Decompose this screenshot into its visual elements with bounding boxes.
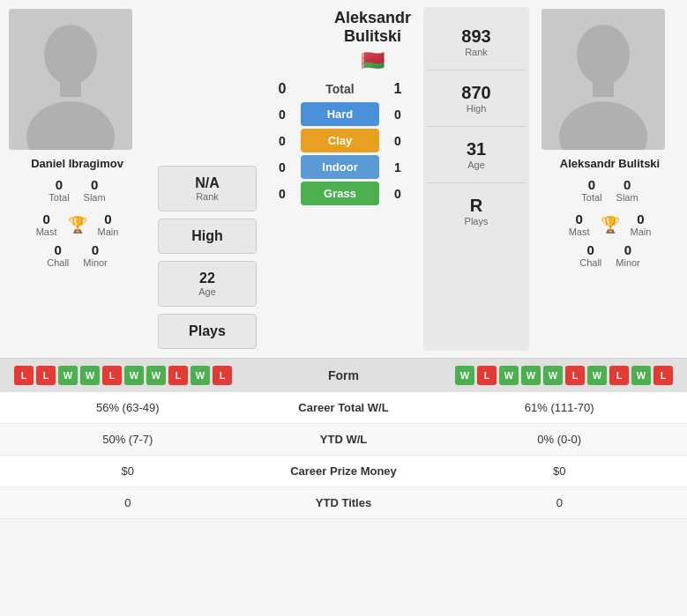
right-player-avatar: [541, 9, 665, 150]
stats-label-cell: Career Prize Money: [256, 464, 432, 478]
stats-right-cell: $0: [432, 464, 688, 478]
stats-right-cell: 0% (0-0): [432, 433, 688, 446]
left-plays-box: Plays: [158, 314, 257, 349]
left-age-box: 22 Age: [158, 261, 257, 307]
right-plays-box: R Plays: [427, 183, 526, 239]
form-badge-right: L: [477, 366, 497, 385]
right-flag-center: 🇧🇾: [361, 49, 385, 72]
indoor-badge: Indoor: [301, 155, 379, 179]
svg-rect-7: [593, 79, 614, 97]
right-mast-stat: 0 Mast: [569, 212, 590, 237]
form-badge-left: W: [190, 366, 210, 385]
right-main-stat: 0 Main: [631, 212, 652, 237]
right-high-box: 870 High: [427, 71, 526, 127]
left-player-avatar: [9, 9, 132, 150]
right-form-badges: WLWWWLWLWL: [455, 366, 673, 385]
hard-row: 0 Hard 0: [269, 102, 411, 126]
left-player-stats: 0 Total 0 Slam 0 Mast 🏆: [9, 177, 146, 271]
form-badge-right: W: [631, 366, 651, 385]
clay-badge: Clay: [301, 129, 379, 152]
stats-left-cell: 0: [0, 496, 256, 509]
right-trophy-icon: 🏆: [601, 215, 620, 234]
form-badge-right: W: [543, 366, 563, 385]
main-container: Daniel Ibragimov 0 Total 0 Slam: [0, 0, 687, 519]
form-badge-left: L: [102, 366, 122, 385]
form-badge-right: W: [499, 366, 519, 385]
left-chall-stat: 0 Chall: [47, 242, 69, 268]
right-total-stat: 0 Total: [581, 177, 601, 203]
form-badge-left: L: [168, 366, 188, 385]
left-main-stat: 0 Main: [98, 212, 119, 237]
center-panel: Aleksandr Bulitski 🇧🇾 0 Total 1 0 Hard 0: [260, 0, 420, 358]
left-high-box: High: [158, 219, 257, 254]
hard-badge: Hard: [301, 102, 379, 126]
svg-rect-3: [60, 79, 81, 97]
right-rank-box: 893 Rank: [427, 14, 526, 71]
left-form-badges: LLWWLWWLWL: [14, 366, 232, 385]
right-player-name-center: Aleksandr Bulitski: [334, 9, 411, 46]
stats-label-cell: YTD Titles: [256, 496, 432, 509]
stats-table: 56% (63-49) Career Total W/L 61% (111-70…: [0, 392, 687, 519]
form-badge-right: W: [455, 366, 474, 385]
player-comparison: Daniel Ibragimov 0 Total 0 Slam: [0, 0, 687, 358]
form-badge-right: L: [565, 366, 585, 385]
form-badge-right: L: [653, 366, 673, 385]
stats-row: 56% (63-49) Career Total W/L 61% (111-70…: [0, 392, 687, 424]
stats-left-cell: 50% (7-7): [0, 433, 256, 446]
form-section: LLWWLWWLWL Form WLWWWLWLWL: [0, 358, 687, 392]
stats-left-cell: $0: [0, 464, 256, 478]
left-middle-panel: N/A Rank High 22 Age Plays: [154, 0, 260, 358]
stats-row: $0 Career Prize Money $0: [0, 456, 687, 487]
left-mast-stat: 0 Mast: [36, 212, 57, 237]
right-chall-stat: 0 Chall: [579, 242, 601, 268]
form-badge-left: W: [146, 366, 166, 385]
form-badge-right: L: [609, 366, 629, 385]
form-label: Form: [328, 368, 359, 382]
indoor-row: 0 Indoor 1: [269, 155, 411, 179]
form-badge-left: L: [14, 366, 34, 385]
form-badge-left: L: [213, 366, 232, 385]
right-slam-stat: 0 Slam: [616, 177, 638, 203]
svg-point-5: [577, 25, 630, 85]
left-rank-box: N/A Rank: [158, 166, 257, 212]
svg-point-1: [44, 25, 97, 85]
left-total-stat: 0 Total: [49, 177, 69, 203]
right-age-box: 31 Age: [427, 127, 526, 183]
stats-right-cell: 0: [432, 496, 688, 509]
grass-row: 0 Grass 0: [269, 182, 411, 205]
grass-badge: Grass: [301, 182, 379, 205]
left-minor-stat: 0 Minor: [83, 242, 108, 268]
right-header-center: Aleksandr Bulitski 🇧🇾: [334, 9, 411, 72]
right-player-name: Aleksandr Bulitski: [541, 157, 678, 170]
left-player-name: Daniel Ibragimov: [9, 157, 146, 170]
surfaces-container: 0 Total 1 0 Hard 0 0 Clay 0 0: [260, 72, 420, 358]
form-badge-right: W: [587, 366, 607, 385]
form-badge-right: W: [521, 366, 541, 385]
stats-right-cell: 61% (111-70): [432, 401, 688, 414]
stats-row: 0 YTD Titles 0: [0, 487, 687, 519]
stats-label-cell: Career Total W/L: [256, 401, 432, 414]
right-stats-column: 893 Rank 870 High 31 Age R Plays: [423, 7, 529, 351]
right-player-card: Aleksandr Bulitski 0 Total 0 Slam: [533, 0, 687, 358]
stats-row: 50% (7-7) YTD W/L 0% (0-0): [0, 424, 687, 456]
form-badge-left: W: [124, 366, 144, 385]
right-minor-stat: 0 Minor: [616, 242, 640, 268]
stats-left-cell: 56% (63-49): [0, 401, 256, 414]
clay-row: 0 Clay 0: [269, 129, 411, 152]
left-trophy-icon: 🏆: [68, 215, 87, 234]
form-badge-left: W: [58, 366, 78, 385]
left-player-card: Daniel Ibragimov 0 Total 0 Slam: [0, 0, 154, 358]
total-row: 0 Total 1: [269, 81, 411, 97]
left-slam-stat: 0 Slam: [84, 177, 106, 203]
right-player-stats: 0 Total 0 Slam 0 Mast 🏆: [541, 177, 678, 271]
form-badge-left: W: [80, 366, 100, 385]
stats-label-cell: YTD W/L: [256, 433, 432, 446]
form-badge-left: L: [36, 366, 56, 385]
